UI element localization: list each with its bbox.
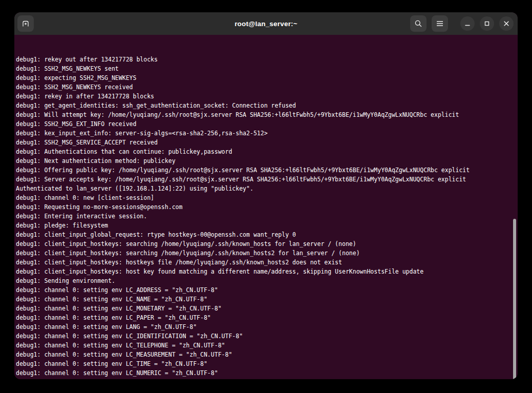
terminal-line: Last login: Wed Jan 18 13:24:40 2023 fro… <box>16 378 518 379</box>
terminal-line: debug1: client_input_hostkeys: searching… <box>16 239 518 249</box>
terminal-line: Authenticated to lan_server ([192.168.1.… <box>16 184 518 193</box>
terminal-line: debug1: client_input_hostkeys: host key … <box>16 267 518 276</box>
terminal-line: debug1: Will attempt key: /home/lyuqiang… <box>16 110 518 119</box>
terminal-line: debug1: Offering public key: /home/lyuqi… <box>16 166 518 175</box>
terminal-line: debug1: SSH2_MSG_EXT_INFO received <box>16 119 518 129</box>
terminal-line: debug1: channel 0: setting env LC_NAME =… <box>16 295 518 304</box>
terminal-line: debug1: channel 0: setting env LC_PAPER … <box>16 313 518 322</box>
minimize-button[interactable] <box>460 16 475 31</box>
terminal-line: debug1: Server accepts key: /home/lyuqia… <box>16 175 518 184</box>
maximize-button[interactable] <box>480 16 494 31</box>
terminal-line: debug1: channel 0: setting env LC_MONETA… <box>16 304 518 313</box>
terminal-line: debug1: SSH2_MSG_NEWKEYS sent <box>16 64 518 73</box>
terminal-line: debug1: get_agent_identities: ssh_get_au… <box>16 101 518 110</box>
terminal-line: debug1: channel 0: setting env LC_TIME =… <box>16 359 518 368</box>
scrollbar-thumb[interactable] <box>513 219 516 379</box>
terminal-line: debug1: SSH2_MSG_NEWKEYS received <box>16 82 518 92</box>
terminal-line: debug1: channel 0: setting env LC_IDENTI… <box>16 332 518 341</box>
terminal-line: debug1: rekey out after 134217728 blocks <box>16 55 518 64</box>
terminal-line: debug1: client_input_hostkeys: searching… <box>16 249 518 258</box>
terminal-line: debug1: channel 0: new [client-session] <box>16 193 518 202</box>
terminal-screen[interactable]: debug1: rekey out after 134217728 blocks… <box>14 35 518 379</box>
search-button[interactable] <box>410 15 427 32</box>
terminal-window: root@lan_server:~ <box>14 12 518 379</box>
terminal-line: debug1: Next authentication method: publ… <box>16 156 518 166</box>
terminal-line: debug1: channel 0: setting env LC_MEASUR… <box>16 350 518 359</box>
terminal-line: debug1: Sending environment. <box>16 276 518 285</box>
close-button[interactable] <box>499 16 514 31</box>
terminal-line: debug1: kex_input_ext_info: server-sig-a… <box>16 129 518 138</box>
menu-button[interactable] <box>432 15 448 32</box>
maximize-icon <box>483 20 491 27</box>
minimize-icon <box>464 20 471 27</box>
terminal-line: debug1: expecting SSH2_MSG_NEWKEYS <box>16 73 518 82</box>
titlebar[interactable]: root@lan_server:~ <box>14 12 518 35</box>
terminal-line: debug1: Entering interactive session. <box>16 212 518 221</box>
terminal-output: debug1: rekey out after 134217728 blocks… <box>16 55 518 379</box>
terminal-line: debug1: client_input_hostkeys: hostkeys … <box>16 258 518 267</box>
terminal-line: debug1: rekey in after 134217728 blocks <box>16 92 518 101</box>
terminal-line: debug1: pledge: filesystem <box>16 221 518 230</box>
terminal-line: debug1: Authentications that can continu… <box>16 147 518 156</box>
close-icon <box>503 20 510 27</box>
terminal-line: debug1: channel 0: setting env LC_ADDRES… <box>16 285 518 295</box>
tab-new-icon <box>21 19 30 28</box>
hamburger-menu-icon <box>436 19 444 28</box>
terminal-line: debug1: channel 0: setting env LANG = "z… <box>16 322 518 332</box>
terminal-line: debug1: channel 0: setting env LC_NUMERI… <box>16 368 518 378</box>
terminal-line: debug1: SSH2_MSG_SERVICE_ACCEPT received <box>16 138 518 147</box>
search-icon <box>414 19 422 28</box>
terminal-line: debug1: channel 0: setting env LC_TELEPH… <box>16 341 518 350</box>
terminal-line: debug1: Requesting no-more-sessions@open… <box>16 202 518 212</box>
new-tab-button[interactable] <box>17 15 34 32</box>
terminal-line: debug1: client_input_global_request: rty… <box>16 230 518 239</box>
